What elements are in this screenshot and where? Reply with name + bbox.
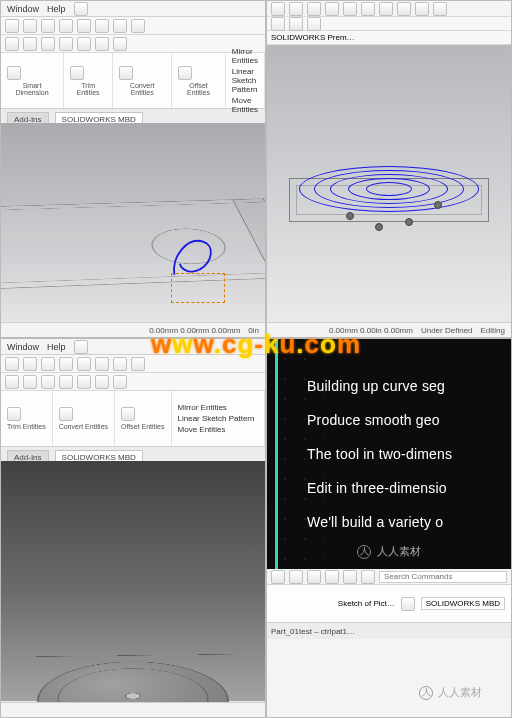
ribbon-item-linear-pattern[interactable]: Linear Sketch Pattern — [232, 67, 258, 94]
redo-icon[interactable] — [95, 19, 109, 33]
sketch-icon[interactable] — [271, 17, 285, 31]
save-icon[interactable] — [41, 357, 55, 371]
gear-icon[interactable] — [343, 570, 357, 584]
print-icon[interactable] — [59, 19, 73, 33]
menu-help[interactable]: Help — [47, 342, 66, 352]
evaluate-icon[interactable] — [307, 17, 321, 31]
ribbon-label-trim: Trim Entities — [7, 423, 46, 430]
open-icon[interactable] — [289, 570, 303, 584]
convert-icon[interactable] — [59, 407, 73, 421]
save-icon[interactable] — [307, 2, 321, 16]
sketch-picture-icon[interactable] — [401, 597, 415, 611]
ribbon-label-offset: Offset Entities — [178, 82, 219, 96]
print-icon[interactable] — [59, 357, 73, 371]
open-icon[interactable] — [289, 2, 303, 16]
model-slot — [232, 199, 266, 278]
tab-mbd[interactable]: SOLIDWORKS MBD — [421, 597, 505, 610]
new-icon[interactable] — [5, 19, 19, 33]
circle-icon[interactable] — [41, 37, 55, 51]
new-icon[interactable] — [271, 2, 285, 16]
rebuild-icon[interactable] — [131, 357, 145, 371]
ribbon-item-mirror[interactable]: Mirror Entities — [178, 403, 258, 412]
open-icon[interactable] — [23, 357, 37, 371]
print-icon[interactable] — [325, 2, 339, 16]
more-icon[interactable] — [433, 2, 447, 16]
menu-window[interactable]: Window — [7, 342, 39, 352]
sketch-node[interactable] — [405, 218, 413, 226]
menu-window[interactable]: Window — [7, 4, 39, 14]
rebuild-icon[interactable] — [361, 570, 375, 584]
rect-icon[interactable] — [23, 37, 37, 51]
undo-icon[interactable] — [77, 19, 91, 33]
rect-icon[interactable] — [23, 375, 37, 389]
ribbon-group-trim: Trim Entities — [1, 391, 53, 446]
viewport-3d[interactable] — [1, 123, 265, 321]
undo-icon[interactable] — [325, 570, 339, 584]
spline-icon[interactable] — [77, 37, 91, 51]
text-icon[interactable] — [113, 37, 127, 51]
text-icon[interactable] — [113, 375, 127, 389]
menu-help[interactable]: Help — [47, 4, 66, 14]
undo-icon[interactable] — [77, 357, 91, 371]
tr-doc-bar: SOLIDWORKS Prem… — [267, 31, 511, 45]
bl-ribbon: Trim Entities Convert Entities Offset En… — [1, 391, 265, 447]
ribbon-group-offset: Offset Entities — [172, 53, 226, 108]
gear-icon[interactable] — [379, 2, 393, 16]
arc-icon[interactable] — [59, 375, 73, 389]
features-icon[interactable] — [289, 17, 303, 31]
convert-icon[interactable] — [119, 66, 133, 80]
options-icon[interactable] — [397, 2, 411, 16]
ellipse-icon[interactable] — [95, 375, 109, 389]
new-icon[interactable] — [271, 570, 285, 584]
dropdown-icon[interactable] — [74, 340, 88, 354]
panel-br-bulb: Sketch of Pict… SOLIDWORKS MBD Part_01te… — [267, 569, 511, 717]
quick-toolbar — [1, 17, 265, 35]
tr-status-coords: 0.00mm 0.00in 0.00mm — [329, 326, 413, 335]
offset-icon[interactable] — [121, 407, 135, 421]
panel-br-stack: Building up curve seg Produce smooth geo… — [266, 338, 512, 718]
circle-icon[interactable] — [41, 375, 55, 389]
sketch-node[interactable] — [375, 223, 383, 231]
ribbon-label-offset: Offset Entities — [121, 423, 164, 430]
fillet-icon[interactable] — [95, 37, 109, 51]
tr-viewport[interactable] — [267, 45, 511, 321]
ribbon-group-dimension: Smart Dimension — [1, 53, 64, 108]
trim-icon[interactable] — [70, 66, 84, 80]
slide-decor-icons — [267, 339, 325, 569]
select-icon[interactable] — [113, 357, 127, 371]
arc-icon[interactable] — [59, 37, 73, 51]
ribbon-item-mirror[interactable]: Mirror Entities — [232, 47, 258, 65]
slide-line-5: We'll build a variety o — [307, 514, 511, 530]
open-icon[interactable] — [23, 19, 37, 33]
menubar: Window Help — [1, 1, 265, 17]
ribbon-item-linear-pattern[interactable]: Linear Sketch Pattern — [178, 414, 258, 423]
line-icon[interactable] — [5, 375, 19, 389]
ribbon-item-move[interactable]: Move Entities — [232, 96, 258, 114]
bl-quick-toolbar — [1, 355, 265, 373]
ribbon-item-move[interactable]: Move Entities — [178, 425, 258, 434]
tr-statusbar: 0.00mm 0.00in 0.00mm Under Defined Editi… — [267, 322, 511, 337]
rebuild-icon[interactable] — [343, 2, 357, 16]
sketch-node[interactable] — [346, 212, 354, 220]
help-icon[interactable] — [415, 2, 429, 16]
settings-icon[interactable] — [113, 19, 127, 33]
line-icon[interactable] — [5, 37, 19, 51]
search-input[interactable] — [379, 571, 507, 583]
undo-icon[interactable] — [361, 2, 375, 16]
sketch-node[interactable] — [434, 201, 442, 209]
spline-icon[interactable] — [77, 375, 91, 389]
br-canvas[interactable] — [267, 639, 511, 717]
save-icon[interactable] — [41, 19, 55, 33]
trim-icon[interactable] — [7, 407, 21, 421]
dropdown-icon[interactable] — [74, 2, 88, 16]
br-ribbon: Sketch of Pict… SOLIDWORKS MBD — [267, 585, 511, 623]
new-icon[interactable] — [5, 357, 19, 371]
slide-line-3: The tool in two-dimens — [307, 446, 511, 462]
ribbon-group-offset: Offset Entities — [115, 391, 171, 446]
offset-icon[interactable] — [178, 66, 192, 80]
options-icon[interactable] — [131, 19, 145, 33]
dimension-icon[interactable] — [7, 66, 21, 80]
redo-icon[interactable] — [95, 357, 109, 371]
save-icon[interactable] — [307, 570, 321, 584]
bl-viewport[interactable] — [1, 461, 265, 701]
